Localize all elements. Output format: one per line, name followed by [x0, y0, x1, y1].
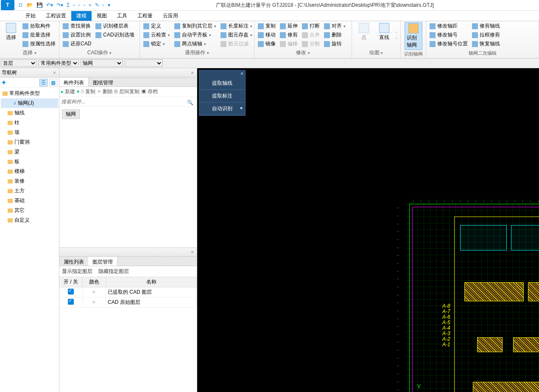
hide-layer[interactable]: 隐藏指定图层 — [98, 268, 129, 275]
restore-axis[interactable]: 恢复轴线 — [471, 40, 501, 48]
new-icon[interactable]: 🗋 — [17, 2, 25, 8]
layer-row[interactable]: ▹ 已提取的 CAD 图层 — [59, 287, 197, 297]
menu-model[interactable]: 建模 — [71, 11, 92, 21]
split[interactable]: 分割 — [301, 40, 321, 48]
open-icon[interactable]: 📂 — [25, 2, 34, 8]
checkbox-icon[interactable] — [68, 289, 74, 295]
checkbox-icon[interactable] — [68, 299, 74, 305]
tree-node[interactable]: 土方 — [1, 186, 58, 196]
close-icon[interactable]: × — [52, 70, 57, 76]
menu-tools[interactable]: 工具 — [112, 11, 132, 21]
find-replace[interactable]: 查找替换 — [62, 22, 92, 30]
category-select[interactable]: 常用构件类型 — [39, 59, 79, 67]
restore-cad[interactable]: 还原CAD — [62, 40, 92, 48]
delete[interactable]: 删除 — [323, 31, 346, 39]
cad-options[interactable]: CAD识别选项 — [95, 31, 135, 39]
edit-axis-dist[interactable]: 修改轴距 — [429, 22, 469, 30]
define[interactable]: 定义 — [142, 22, 171, 30]
layer-copy-button[interactable]: ⎘ 层间复制 — [115, 88, 139, 95]
search-icon[interactable]: 🔍 — [187, 100, 193, 106]
list-view-icon[interactable]: ☰ — [39, 79, 47, 86]
edit-axis-pos[interactable]: 修改轴号位置 — [429, 40, 469, 48]
break[interactable]: 打断 — [301, 22, 321, 30]
add-icon[interactable]: ✚ — [2, 80, 6, 86]
floor-select[interactable]: 首层 — [1, 59, 37, 67]
tree-node[interactable]: 其它 — [1, 206, 58, 215]
length-dim[interactable]: 长度标注▾ — [220, 22, 253, 30]
qa-icon[interactable]: ▫ — [101, 2, 106, 8]
copy[interactable]: 复制 — [257, 22, 276, 30]
recog-floor-table[interactable]: 识别楼层表 — [95, 22, 135, 30]
tab-layer-mgmt[interactable]: 图层管理 — [88, 257, 117, 266]
layer-row[interactable]: ▹ CAD 原始图层 — [59, 297, 197, 308]
move[interactable]: 移动 — [257, 31, 276, 39]
qa-icon[interactable]: ✎ — [94, 2, 101, 8]
tab-properties[interactable]: 属性列表 — [59, 257, 88, 266]
align[interactable]: 对齐▾ — [323, 22, 346, 30]
select-by-prop[interactable]: 按属性选择 — [22, 40, 56, 48]
sum-icon[interactable]: Σ — [65, 2, 71, 8]
tree-node[interactable]: 自定义 — [1, 215, 58, 225]
component-select[interactable]: 轴网 — [81, 59, 123, 67]
tab-drawing-mgmt[interactable]: 图纸管理 — [89, 78, 117, 86]
select-button[interactable]: 选择 — [3, 22, 19, 42]
elem-filter[interactable]: 图元过滤 — [220, 40, 253, 48]
close-icon[interactable]: × — [240, 71, 243, 77]
undo-icon[interactable]: ↶▾ — [45, 2, 54, 8]
show-layer[interactable]: 显示指定图层 — [62, 268, 92, 275]
tree-node[interactable]: 梁 — [1, 147, 58, 157]
tab-component-list[interactable]: 构件列表 — [59, 78, 89, 86]
qa-dropdown-icon[interactable]: ▾ — [106, 2, 112, 8]
extract-label-button[interactable]: 提取标注 — [199, 90, 245, 103]
tree-node-grid[interactable]: ♯轴网(J) — [1, 98, 58, 108]
tree-node[interactable]: 装修 — [1, 176, 58, 186]
tree-node[interactable]: 柱 — [1, 118, 58, 128]
redo-icon[interactable]: ↷▾ — [55, 2, 64, 8]
line-button[interactable]: 直线 — [375, 22, 393, 42]
drawing-canvas[interactable]: × 提取轴线 提取标注 自动识别▾ ↓↓↓↓↓↓↓↓↓↓↓↓↓↓↓↓↓↓↓↓↓↓… — [197, 68, 539, 392]
elem-save[interactable]: 图元存盘▾ — [220, 31, 253, 39]
tree-node[interactable]: 楼梯 — [1, 167, 58, 176]
tree-node[interactable]: 板 — [1, 157, 58, 167]
grid-view-icon[interactable]: ▦ — [49, 79, 57, 86]
extend[interactable]: 延伸 — [279, 22, 299, 30]
save-icon[interactable]: 💾 — [35, 2, 44, 8]
merge[interactable]: 合并 — [301, 31, 321, 39]
recognize-grid-button[interactable]: 识别轴网 — [405, 22, 422, 50]
qa-icon[interactable]: ▫ — [77, 2, 81, 8]
copy-to-layer[interactable]: 复制到其它层▾ — [173, 22, 217, 30]
close-icon[interactable]: × — [190, 70, 195, 76]
pick-component[interactable]: 拾取构件 — [22, 22, 56, 30]
component-chip[interactable]: 轴网 — [62, 109, 80, 119]
cloud-check[interactable]: 云检查▾ — [142, 31, 171, 39]
auto-align[interactable]: 自动平齐板▾ — [173, 31, 217, 39]
archive-button[interactable]: ▣ 存档 — [141, 88, 158, 95]
rotate[interactable]: 旋转 — [323, 40, 346, 48]
set-scale[interactable]: 设置比例 — [62, 31, 92, 39]
two-point-axis[interactable]: 两点辅轴▾ — [173, 40, 217, 48]
qa-icon[interactable]: ≈ — [87, 2, 93, 8]
menu-cloud[interactable]: 云应用 — [158, 11, 183, 21]
trim[interactable]: 修剪 — [279, 31, 299, 39]
extract-axis-button[interactable]: 提取轴线 — [199, 77, 245, 90]
batch-select[interactable]: 批量选择 — [22, 31, 56, 39]
menu-view[interactable]: 视图 — [92, 11, 112, 21]
tree-node[interactable]: 轴线 — [1, 108, 58, 118]
tree-node[interactable]: 基础 — [1, 196, 58, 206]
qa-icon[interactable]: ▫ — [72, 2, 76, 8]
delete-button[interactable]: ✕ 删除 — [97, 88, 113, 95]
tree-node[interactable]: 门窗洞 — [1, 137, 58, 147]
search-input[interactable] — [61, 99, 195, 105]
auto-recognize-button[interactable]: 自动识别▾ — [199, 103, 245, 115]
trim-axis[interactable]: 修剪轴线 — [471, 22, 501, 30]
point-button[interactable]: 点 — [355, 22, 373, 42]
mirror[interactable]: 镜像 — [257, 40, 276, 48]
lock[interactable]: 锁定▾ — [142, 40, 171, 48]
tree-root[interactable]: 常用构件类型 — [1, 89, 58, 98]
offset[interactable]: 偏移 — [279, 40, 299, 48]
tree-node[interactable]: 墙 — [1, 128, 58, 137]
box-trim[interactable]: 拉框修剪 — [471, 31, 501, 39]
copy-button[interactable]: ⎘ 复制 — [81, 88, 95, 95]
menu-start[interactable]: 开始 — [20, 11, 41, 21]
menu-quantity[interactable]: 工程量 — [132, 11, 158, 21]
